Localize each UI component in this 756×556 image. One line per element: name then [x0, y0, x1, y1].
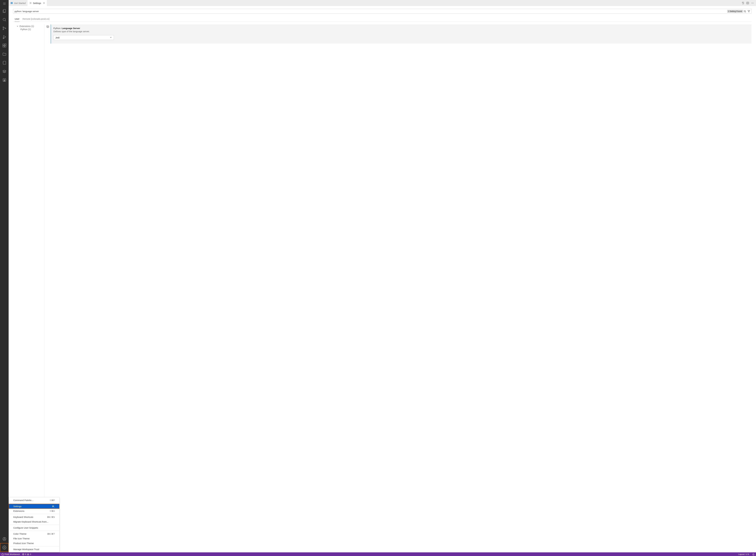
menu-item-keyboard-shortcuts[interactable]: Keyboard Shortcuts ⌘K ⌘S — [9, 515, 59, 519]
editor-tabs: Get Started Settings — [9, 0, 756, 6]
svg-point-31 — [752, 3, 752, 3]
more-icon[interactable] — [751, 2, 754, 4]
run-debug-icon[interactable] — [0, 33, 9, 41]
tab-actions — [742, 0, 756, 6]
manage-context-menu: Command Palette... ⇧⌘P Settings ⌘, Exten… — [9, 497, 60, 552]
setting-dropdown[interactable]: Jedi — [53, 35, 114, 40]
svg-rect-15 — [3, 61, 6, 64]
results-count-badge: 1 Setting Found — [727, 10, 743, 13]
menu-item-user-snippets[interactable]: Configure User Snippets — [9, 525, 59, 530]
dropdown-value: Jedi — [55, 36, 60, 39]
activity-bar: g — [0, 0, 9, 552]
svg-point-7 — [3, 29, 4, 30]
book-icon — [10, 2, 13, 4]
svg-point-39 — [47, 27, 48, 27]
setting-card: Python: Language Server Defines type of … — [51, 25, 752, 43]
svg-point-32 — [752, 3, 753, 3]
svg-rect-14 — [5, 44, 6, 45]
svg-point-22 — [4, 538, 5, 539]
chevron-down-icon — [16, 25, 18, 27]
menu-item-settings[interactable]: Settings ⌘, — [9, 504, 59, 509]
close-icon[interactable] — [43, 2, 45, 4]
layers-icon[interactable] — [0, 67, 9, 76]
source-control-icon[interactable] — [0, 24, 9, 33]
svg-rect-3 — [3, 9, 6, 12]
editor-area: Get Started Settings — [9, 0, 756, 552]
tree-item-extensions[interactable]: Extensions (1) — [13, 25, 44, 28]
clear-search-icon[interactable] — [744, 10, 746, 12]
menu-item-color-theme[interactable]: Color Theme ⌘K ⌘T — [9, 531, 59, 536]
menu-item-migrate-shortcuts[interactable]: Migrate Keyboard Shortcuts from... — [9, 519, 59, 524]
tree-label: Python (1) — [21, 28, 31, 31]
svg-text:g: g — [4, 79, 5, 81]
explorer-icon[interactable] — [0, 7, 9, 15]
svg-point-6 — [3, 27, 4, 28]
svg-rect-13 — [4, 46, 6, 47]
open-external-icon[interactable] — [742, 2, 744, 4]
notebook-icon[interactable] — [0, 59, 9, 67]
menu-item-command-palette[interactable]: Command Palette... ⇧⌘P — [9, 498, 59, 502]
scope-tab-remote[interactable]: Remote [colorado.posit.co] — [23, 16, 49, 22]
g-icon[interactable]: g — [0, 76, 9, 84]
scope-tabs: User Remote [colorado.posit.co] — [13, 16, 752, 22]
menu-icon[interactable] — [0, 1, 9, 7]
filter-icon[interactable] — [748, 10, 750, 12]
setting-title: Python: Language Server — [53, 27, 749, 30]
status-workbench[interactable]: Posit Workbench — [1, 553, 20, 555]
search-input[interactable] — [14, 10, 727, 12]
setting-row: Python: Language Server Defines type of … — [46, 25, 752, 43]
settings-search[interactable]: 1 Setting Found — [13, 9, 752, 13]
svg-rect-11 — [3, 44, 4, 45]
settings-tree: Extensions (1) Python (1) — [13, 25, 45, 552]
tree-label: Extensions (1) — [20, 25, 34, 27]
chevron-down-icon — [110, 36, 112, 39]
gear-icon[interactable] — [0, 543, 9, 552]
svg-rect-12 — [3, 46, 4, 47]
svg-line-5 — [5, 21, 6, 21]
status-bar: Posit Workbench 0 0 Layout: U.S. — [0, 552, 756, 556]
svg-point-33 — [753, 3, 754, 3]
setting-description: Defines type of the language server. — [53, 30, 749, 33]
menu-item-file-icon-theme[interactable]: File Icon Theme — [9, 536, 59, 541]
settings-editor: 1 Setting Found User Remote [colorado.po… — [9, 6, 756, 552]
setting-gear-icon[interactable] — [46, 25, 51, 28]
menu-item-workspace-trust[interactable]: Manage Workspace Trust — [9, 547, 59, 552]
svg-point-4 — [3, 18, 5, 21]
split-editor-icon[interactable] — [746, 2, 749, 4]
extensions-icon[interactable] — [0, 41, 9, 50]
tab-label: Settings — [33, 2, 41, 4]
scope-tab-user[interactable]: User — [15, 16, 20, 22]
status-layout[interactable]: Layout: U.S. — [738, 553, 750, 555]
settings-detail: Python: Language Server Defines type of … — [45, 25, 752, 552]
status-problems[interactable]: 0 0 — [22, 553, 31, 555]
account-icon[interactable] — [0, 534, 9, 543]
search-icon[interactable] — [0, 15, 9, 24]
menu-item-product-icon-theme[interactable]: Product Icon Theme — [9, 541, 59, 546]
svg-point-8 — [5, 28, 6, 29]
svg-point-23 — [4, 547, 5, 548]
status-bell-icon[interactable] — [752, 553, 755, 555]
tab-settings[interactable]: Settings — [28, 0, 47, 6]
settings-lines-icon — [29, 2, 32, 4]
folder-icon[interactable] — [0, 50, 9, 59]
menu-item-extensions[interactable]: Extensions ⇧⌘X — [9, 509, 59, 513]
tab-get-started[interactable]: Get Started — [9, 0, 28, 6]
tree-item-python[interactable]: Python (1) — [13, 28, 44, 31]
settings-body: Extensions (1) Python (1) — [13, 25, 752, 552]
tab-label: Get Started — [14, 2, 26, 4]
